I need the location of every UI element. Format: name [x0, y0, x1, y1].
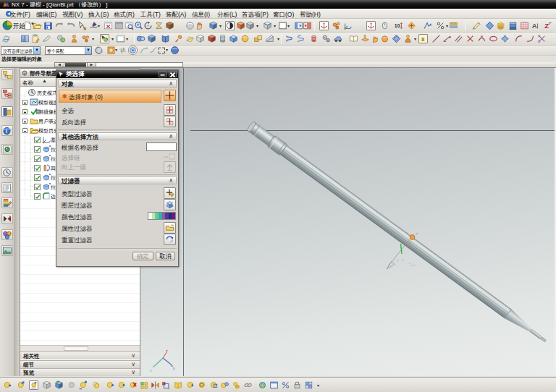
scroll-left-arrow-icon[interactable]: ◀ — [55, 63, 64, 67]
hand-tool-icon[interactable] — [195, 21, 204, 30]
dropdown-caret-icon[interactable]: ▾ — [115, 45, 119, 56]
orange-diamond-icon[interactable] — [407, 21, 416, 30]
arc-point-icon[interactable] — [477, 34, 486, 43]
coil-two-icon[interactable] — [296, 34, 306, 43]
selection-filter-dropdown-icon[interactable]: ▼ — [33, 47, 40, 54]
blue-cube-icon[interactable] — [147, 34, 156, 43]
tree-expander-minus-icon[interactable] — [22, 128, 28, 133]
pick-cursor-icon[interactable] — [77, 21, 87, 30]
dropdown-caret-icon[interactable]: ▾ — [126, 34, 130, 45]
blue-book-icon[interactable] — [161, 34, 170, 43]
arc-two-icon[interactable] — [526, 34, 535, 43]
menu-5[interactable]: 格式(R) — [114, 11, 135, 20]
type-filter-button[interactable] — [164, 187, 176, 199]
gray-cube-icon[interactable] — [245, 21, 255, 30]
blue-percent-icon[interactable] — [281, 380, 290, 390]
delete-face-icon[interactable] — [128, 380, 138, 390]
triad-box-icon[interactable] — [319, 21, 329, 30]
dot-face-icon[interactable] — [117, 380, 126, 390]
text-tool-icon[interactable]: A — [531, 21, 540, 30]
tree-expander-plus-icon[interactable] — [22, 100, 28, 105]
white-pane2-icon[interactable] — [116, 34, 125, 43]
attribute-filter-button[interactable] — [164, 222, 176, 234]
menu-3[interactable]: 视图(V) — [62, 11, 83, 20]
measure-ten-icon[interactable]: 10 — [394, 21, 403, 30]
section-expand-chevron-icon[interactable]: ∨ — [131, 361, 135, 367]
gray-window-icon[interactable] — [114, 21, 124, 30]
scroll-right-arrow-icon[interactable]: ▶ — [87, 63, 96, 67]
color-filter-button[interactable] — [148, 212, 176, 220]
frame-cube-icon[interactable] — [42, 380, 51, 390]
tree-checkbox[interactable] — [34, 137, 41, 143]
dropdown-caret-icon[interactable]: ▾ — [287, 21, 291, 32]
red-grid-icon[interactable] — [520, 21, 529, 30]
section-expand-chevron-icon[interactable]: ∨ — [131, 352, 135, 359]
blue-stack-icon[interactable] — [508, 21, 518, 30]
collapse-chevron-icon[interactable]: ∧ — [169, 177, 173, 184]
offset-region-icon[interactable] — [29, 380, 38, 390]
orange-cube-icon[interactable] — [236, 21, 245, 30]
move-face-icon[interactable] — [2, 380, 12, 390]
dialog-minimize-button[interactable] — [159, 71, 167, 77]
selection-filter-combo[interactable]: 没有选择过滤器 ▼ — [1, 46, 41, 55]
white-pane-icon[interactable] — [278, 21, 287, 30]
face-edges-icon[interactable] — [263, 21, 272, 30]
dialog-title-bar[interactable]: 类选择 — [56, 70, 178, 78]
menu-12[interactable]: 帮助(H) — [300, 11, 321, 20]
arrow-face-icon[interactable] — [105, 380, 114, 390]
mouse-tool-icon[interactable] — [380, 21, 389, 30]
pair-face-icon[interactable] — [232, 380, 241, 390]
dropdown-caret-icon[interactable]: ▾ — [166, 45, 169, 56]
scissors-icon[interactable] — [537, 34, 547, 43]
blue-window-icon[interactable] — [269, 380, 279, 390]
yellow-sphere-icon[interactable] — [240, 34, 250, 43]
tree-checkbox[interactable] — [34, 184, 41, 190]
sketch-active-icon[interactable]: 8 — [418, 34, 428, 43]
sketch-plane-icon[interactable] — [1, 34, 11, 43]
redo-icon[interactable] — [67, 21, 76, 30]
select-object-row[interactable]: ✱选择对象 (0) — [59, 90, 161, 103]
mirror-face-icon[interactable] — [151, 380, 160, 390]
white-box-icon[interactable] — [195, 34, 205, 43]
tree-checkbox[interactable] — [34, 165, 41, 171]
collapse-chevron-icon[interactable]: ∧ — [169, 80, 173, 87]
parallel-lines-icon[interactable] — [454, 34, 463, 43]
rotate-view-icon[interactable] — [143, 21, 153, 30]
arc-one-icon[interactable] — [514, 34, 523, 43]
tree-checkbox[interactable] — [34, 174, 41, 181]
title-bar[interactable]: NX 7 - 建模 - [QianBi.prt （修改的） ] — [0, 0, 556, 9]
zoom-magnifier-icon[interactable] — [134, 21, 143, 30]
grid-four-icon[interactable] — [304, 380, 313, 390]
ok-button[interactable]: 确定 — [132, 252, 153, 260]
cylinder-tool-icon[interactable] — [218, 34, 227, 43]
scrollbar-thumb[interactable] — [65, 63, 86, 67]
nav-arrow-icon[interactable] — [423, 21, 432, 30]
resize-face-icon[interactable] — [78, 380, 88, 390]
tree-checkbox[interactable] — [34, 146, 41, 153]
datum-yellow-icon[interactable] — [185, 34, 195, 43]
dropdown-caret-icon[interactable]: ▾ — [98, 21, 101, 32]
wedge-tool-icon[interactable] — [265, 34, 274, 43]
box-pair-icon[interactable] — [253, 34, 263, 43]
internet-explorer-tab[interactable]: i — [1, 125, 13, 136]
copy-face-icon[interactable] — [91, 380, 101, 390]
red-box-icon[interactable] — [207, 34, 216, 43]
menu-9[interactable]: 分析(L) — [217, 11, 237, 20]
appearance-sphere-icon[interactable] — [225, 21, 235, 30]
snail-cursor-icon[interactable] — [100, 34, 109, 43]
dialog-close-button[interactable] — [169, 71, 177, 77]
section-expand-chevron-icon[interactable]: ∨ — [131, 369, 135, 375]
curve-arrow1-icon[interactable] — [139, 46, 148, 55]
orange-ball-icon[interactable] — [380, 34, 389, 43]
yellow-layers-icon[interactable] — [496, 21, 505, 30]
shaded-view-icon[interactable] — [208, 21, 218, 30]
assembly-navigator-tab[interactable] — [1, 69, 13, 80]
lock-gray-icon[interactable] — [292, 380, 302, 390]
plus-face-icon[interactable] — [185, 380, 195, 390]
clipboard-pen-icon[interactable] — [31, 34, 41, 43]
tree-hscroll-thumb[interactable] — [64, 346, 88, 351]
panel-section-2[interactable]: 细节∨ — [20, 360, 140, 368]
menu-7[interactable]: 装配(A) — [166, 11, 186, 20]
blue-sphere-icon[interactable] — [170, 46, 180, 55]
other-selection-methods-section-header[interactable]: 其他选择方法∧ — [58, 132, 177, 140]
